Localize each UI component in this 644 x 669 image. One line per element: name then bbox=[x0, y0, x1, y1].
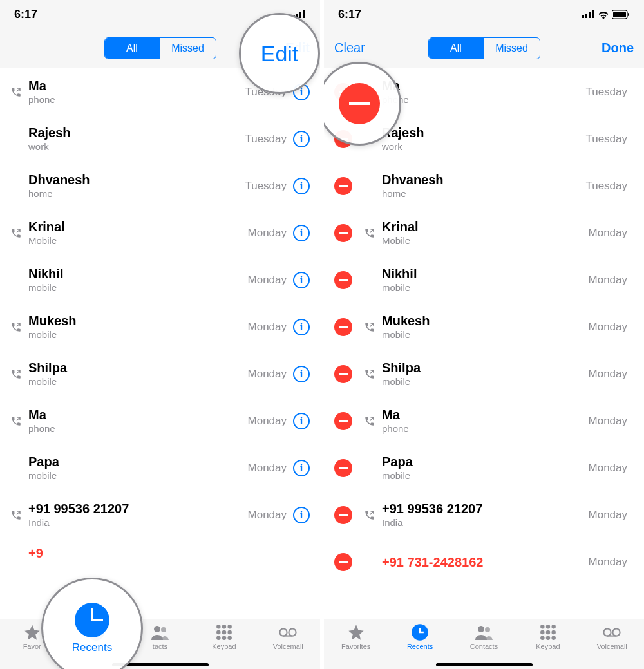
call-label: Mobile bbox=[382, 234, 589, 247]
caller-name: Dhvanesh bbox=[28, 172, 245, 187]
call-label: India bbox=[28, 516, 248, 529]
call-day: Monday bbox=[589, 415, 627, 428]
delete-button[interactable] bbox=[334, 271, 352, 289]
callout-edit: Edit bbox=[239, 13, 320, 94]
tab-voicemail[interactable]: Voicemail bbox=[580, 623, 643, 650]
seg-all[interactable]: All bbox=[429, 38, 484, 59]
call-row[interactable]: ShilpamobileMondayi bbox=[324, 350, 644, 397]
svg-rect-22 bbox=[592, 10, 594, 18]
caller-name: Papa bbox=[382, 454, 589, 469]
info-button[interactable]: i bbox=[293, 131, 310, 147]
svg-point-11 bbox=[222, 630, 227, 635]
call-row[interactable]: DhvaneshhomeTuesdayi bbox=[324, 162, 644, 209]
info-button[interactable]: i bbox=[293, 225, 310, 241]
call-row[interactable]: MaphoneMondayi bbox=[0, 397, 320, 444]
call-row[interactable]: ShilpamobileMondayi bbox=[0, 350, 320, 397]
caller-name: Rajesh bbox=[382, 125, 585, 140]
svg-rect-24 bbox=[613, 12, 626, 17]
delete-button[interactable] bbox=[334, 224, 352, 242]
segmented-control[interactable]: All Missed bbox=[104, 37, 216, 59]
call-row[interactable]: MukeshmobileMondayi bbox=[0, 303, 320, 350]
call-row[interactable]: +91 99536 21207IndiaMondayi bbox=[0, 491, 320, 538]
home-indicator[interactable] bbox=[436, 663, 533, 666]
call-row[interactable]: MukeshmobileMondayi bbox=[324, 303, 644, 350]
call-row[interactable]: NikhilmobileMondayi bbox=[324, 256, 644, 303]
status-bar: 6:17 bbox=[324, 0, 644, 28]
call-info: Maphone bbox=[382, 407, 589, 435]
recents-list-edit[interactable]: MaphoneTuesdayiRajeshworkTuesdayiDhvanes… bbox=[324, 68, 644, 619]
svg-rect-20 bbox=[585, 14, 587, 18]
seg-all[interactable]: All bbox=[105, 38, 160, 59]
info-button[interactable]: i bbox=[293, 507, 310, 523]
info-button[interactable]: i bbox=[293, 413, 310, 429]
tab-label: tacts bbox=[153, 643, 167, 650]
seg-missed[interactable]: Missed bbox=[484, 38, 540, 59]
svg-point-39 bbox=[613, 628, 620, 636]
call-day: Monday bbox=[248, 415, 287, 428]
svg-point-12 bbox=[227, 630, 232, 635]
call-label: work bbox=[28, 140, 245, 153]
delete-button[interactable] bbox=[334, 459, 352, 477]
segmented-control[interactable]: All Missed bbox=[428, 37, 540, 59]
tab-keypad[interactable]: Keypad bbox=[193, 623, 256, 650]
tab-label: Keypad bbox=[212, 643, 236, 650]
call-row[interactable]: MaphoneMondayi bbox=[324, 397, 644, 444]
svg-point-7 bbox=[216, 625, 221, 629]
tab-contacts[interactable]: Contacts bbox=[452, 623, 515, 650]
call-info: Rajeshwork bbox=[382, 125, 585, 153]
done-button[interactable]: Done bbox=[582, 41, 634, 55]
tab-keypad[interactable]: Keypad bbox=[516, 623, 580, 650]
tab-voicemail[interactable]: Voicemail bbox=[256, 623, 319, 650]
delete-button[interactable] bbox=[334, 365, 352, 383]
call-label: mobile bbox=[382, 375, 589, 388]
delete-button[interactable] bbox=[334, 506, 352, 524]
call-label: phone bbox=[28, 93, 245, 106]
svg-point-16 bbox=[280, 628, 287, 636]
caller-name: Ma bbox=[28, 78, 245, 93]
svg-point-35 bbox=[540, 636, 545, 640]
svg-point-9 bbox=[227, 625, 232, 629]
call-day: Monday bbox=[589, 556, 627, 569]
contacts-icon bbox=[151, 623, 169, 641]
tab-favorites[interactable]: Favorites bbox=[325, 623, 388, 650]
info-button[interactable]: i bbox=[293, 272, 310, 288]
info-button[interactable]: i bbox=[293, 460, 310, 476]
voicemail-icon bbox=[279, 623, 297, 641]
outgoing-call-icon bbox=[10, 509, 24, 521]
call-row[interactable]: KrinalMobileMondayi bbox=[324, 209, 644, 256]
call-row[interactable]: KrinalMobileMondayi bbox=[0, 209, 320, 256]
call-label: home bbox=[382, 187, 585, 200]
call-day: Monday bbox=[248, 321, 287, 334]
clear-button[interactable]: Clear bbox=[334, 41, 386, 55]
call-row[interactable]: PapamobileMondayi bbox=[324, 444, 644, 491]
recents-list[interactable]: MaphoneTuesdayiRajeshworkTuesdayiDhvanes… bbox=[0, 68, 320, 619]
delete-button[interactable] bbox=[334, 553, 352, 571]
call-row[interactable]: DhvaneshhomeTuesdayi bbox=[0, 162, 320, 209]
status-time: 6:17 bbox=[338, 8, 361, 21]
svg-rect-25 bbox=[628, 13, 629, 16]
svg-point-32 bbox=[540, 630, 545, 635]
delete-button[interactable] bbox=[334, 177, 352, 195]
delete-button[interactable] bbox=[334, 318, 352, 336]
wifi-icon bbox=[598, 10, 609, 19]
call-row[interactable]: +91 99536 21207IndiaMondayi bbox=[324, 491, 644, 538]
tab-label: Voicemail bbox=[597, 643, 627, 650]
info-button[interactable]: i bbox=[293, 319, 310, 335]
svg-point-17 bbox=[289, 628, 296, 636]
call-row[interactable]: +91 731-2428162Mondayi bbox=[324, 538, 644, 585]
call-row[interactable]: +9 bbox=[0, 538, 320, 568]
svg-point-6 bbox=[161, 627, 166, 632]
tab-recents[interactable]: Recents bbox=[388, 623, 451, 650]
call-row[interactable]: PapamobileMondayi bbox=[0, 444, 320, 491]
star-icon bbox=[347, 623, 365, 641]
info-button[interactable]: i bbox=[293, 178, 310, 194]
call-row[interactable]: RajeshworkTuesdayi bbox=[0, 115, 320, 162]
info-button[interactable]: i bbox=[293, 366, 310, 382]
svg-point-33 bbox=[546, 630, 551, 635]
svg-point-27 bbox=[478, 626, 484, 632]
seg-missed[interactable]: Missed bbox=[160, 38, 216, 59]
tab-label: Recents bbox=[407, 643, 433, 650]
delete-button[interactable] bbox=[334, 412, 352, 430]
caller-name: Nikhil bbox=[382, 266, 589, 281]
call-row[interactable]: NikhilmobileMondayi bbox=[0, 256, 320, 303]
